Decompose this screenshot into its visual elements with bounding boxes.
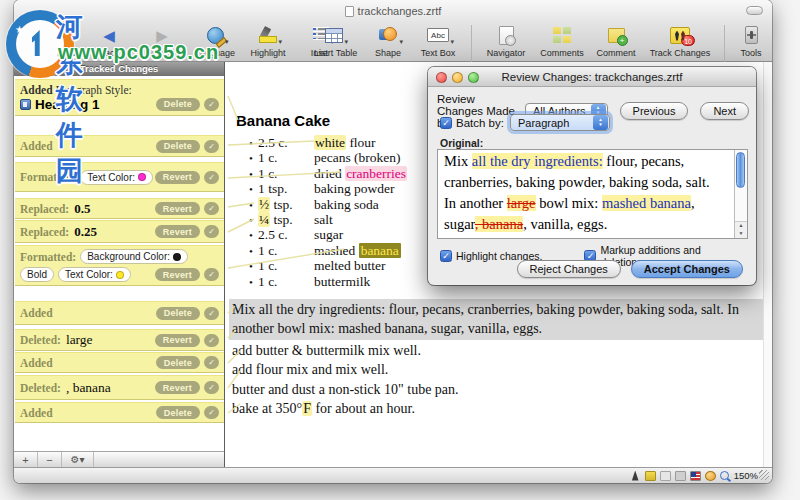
dialog-title-bar[interactable]: Review Changes: trackchanges.zrtf: [428, 67, 756, 87]
revert-change-button[interactable]: Revert: [155, 171, 200, 184]
tracked-change-card[interactable]: Formatted: Background Color: Bold Text C…: [15, 245, 224, 286]
document-proxy-icon[interactable]: [345, 6, 354, 17]
approve-change-button[interactable]: ✓: [204, 202, 219, 215]
recipe-title: Banana Cake: [236, 112, 330, 129]
recolored-text: cranberries: [345, 166, 407, 181]
close-button[interactable]: [436, 72, 447, 83]
resize-grip[interactable]: [759, 470, 769, 480]
tracked-change-card[interactable]: Replaced: 0.5 Revert✓: [15, 198, 224, 219]
zoom-button[interactable]: [468, 72, 479, 83]
revert-change-button[interactable]: Revert: [155, 202, 200, 215]
page-view-icon[interactable]: [660, 471, 671, 481]
accept-changes-button[interactable]: Accept Changes: [631, 260, 743, 278]
track-changes-icon: 10: [670, 27, 690, 44]
approve-change-button[interactable]: ✓: [204, 356, 219, 369]
typography-icon[interactable]: [630, 471, 641, 481]
zoom-icon[interactable]: [720, 471, 729, 480]
navigator-button[interactable]: Navigator: [481, 23, 531, 58]
forward-button[interactable]: ▶ Forward: [140, 23, 184, 58]
track-changes-button[interactable]: 10 Track Changes: [645, 23, 715, 58]
window-title: trackchanges.zrtf: [14, 5, 772, 17]
previous-button[interactable]: Previous: [620, 102, 689, 120]
document-scroll-area[interactable]: [763, 62, 772, 467]
tracked-change-card[interactable]: Deleted: , banana Revert✓: [15, 375, 224, 400]
screen: trackchanges.zrtf New ◀ Back ▶ Forward ▾: [0, 0, 800, 500]
action-menu-button[interactable]: ⚙▾: [62, 452, 94, 467]
approve-change-button[interactable]: ✓: [204, 406, 219, 419]
ingredient-row: • 2.5 c. sugar: [244, 227, 407, 242]
approve-change-button[interactable]: ✓: [204, 381, 219, 394]
new-button[interactable]: New: [34, 23, 78, 58]
tracked-change-card[interactable]: Added Delete✓: [15, 135, 224, 157]
ingredient-list: • 2.5 c. white flour • 1 c. pecans (brok…: [244, 135, 407, 289]
delete-change-button[interactable]: Delete: [156, 140, 200, 153]
approve-change-button[interactable]: ✓: [204, 98, 219, 111]
tracked-change-card[interactable]: Deleted: large Revert✓: [15, 329, 224, 351]
dropdown-caret-icon: ▾: [225, 38, 229, 46]
batch-unit-popup[interactable]: Paragraph ▲▼: [510, 114, 610, 131]
check-icon: ✓: [208, 270, 215, 279]
comments-button[interactable]: Comments: [537, 23, 587, 58]
batch-by-checkbox[interactable]: ✓: [440, 117, 452, 129]
scrollbar-arrows[interactable]: ▲▼: [735, 221, 747, 238]
shape-button[interactable]: ▾ Shape: [368, 23, 408, 58]
minimize-button[interactable]: [452, 72, 463, 83]
comment-note-icon: [608, 28, 625, 43]
approve-change-button[interactable]: ✓: [204, 140, 219, 153]
toolbar-separator: [724, 25, 725, 65]
approve-change-button[interactable]: ✓: [204, 268, 219, 281]
insert-table-button[interactable]: ▾ Insert Table: [306, 23, 362, 58]
delete-change-button[interactable]: Delete: [156, 356, 200, 369]
revert-change-button[interactable]: Revert: [155, 225, 200, 238]
scrollbar-thumb[interactable]: [736, 152, 745, 188]
approve-change-button[interactable]: ✓: [204, 307, 219, 320]
highlight-state-icon[interactable]: [645, 471, 656, 481]
delete-change-button[interactable]: Delete: [156, 406, 200, 419]
comment-button[interactable]: Comment: [593, 23, 639, 58]
app-window: trackchanges.zrtf New ◀ Back ▶ Forward ▾: [14, 0, 772, 483]
dropdown-caret-icon: ▾: [79, 454, 84, 465]
toolbar-toggle-button[interactable]: [746, 6, 763, 15]
revert-change-button[interactable]: Revert: [155, 381, 200, 394]
macro-icon[interactable]: [705, 471, 716, 481]
deletion-text: , banana: [475, 216, 523, 232]
delete-change-button[interactable]: Delete: [156, 98, 200, 111]
text-box-button[interactable]: Abc▾ Text Box: [414, 23, 462, 58]
back-button[interactable]: ◀ Back: [87, 23, 131, 58]
check-icon: ✓: [208, 309, 215, 318]
highlight-button[interactable]: ▾ Highlight: [246, 23, 290, 58]
zoom-level[interactable]: 150%: [734, 470, 758, 481]
tracked-change-card[interactable]: Added Delete✓: [15, 402, 224, 423]
scroll-up-icon: ▲: [739, 223, 744, 228]
deletion-text: large: [507, 195, 536, 211]
next-button[interactable]: Next: [700, 102, 749, 120]
language-button[interactable]: ▾ Language: [193, 23, 237, 58]
reject-changes-button[interactable]: Reject Changes: [517, 260, 621, 278]
original-text-area[interactable]: Mix all the dry ingredients: flour, peca…: [437, 149, 748, 239]
revert-change-button[interactable]: Revert: [155, 334, 200, 347]
highlighter-icon: [259, 27, 277, 43]
tracked-change-card[interactable]: Formatted: Text Color: Revert✓: [15, 162, 224, 192]
tracked-change-card[interactable]: Added Delete✓: [15, 352, 224, 373]
bullet-icon: •: [244, 245, 258, 257]
approve-change-button[interactable]: ✓: [204, 225, 219, 238]
tracked-change-card[interactable]: Added Delete✓: [15, 301, 224, 325]
tracked-change-card[interactable]: Added Paragraph Style: Heading 1 Delete✓: [15, 79, 224, 116]
us-flag-icon[interactable]: [690, 471, 701, 481]
remove-button[interactable]: −: [38, 452, 62, 467]
selected-paragraph[interactable]: Mix all the dry ingredients: flour, peca…: [229, 299, 763, 340]
approve-change-button[interactable]: ✓: [204, 334, 219, 347]
tools-icon: [745, 26, 758, 44]
tools-button[interactable]: Tools: [734, 23, 768, 58]
dialog-scrollbar[interactable]: ▲▼: [734, 150, 747, 238]
color-dot: [138, 173, 146, 181]
status-bar: 150%: [14, 467, 772, 483]
page-view-alt-icon[interactable]: [675, 471, 686, 481]
replaced-text: ½: [258, 197, 270, 212]
approve-change-button[interactable]: ✓: [204, 171, 219, 184]
tracked-change-card[interactable]: Replaced: 0.25 Revert✓: [15, 220, 224, 243]
revert-change-button[interactable]: Revert: [155, 268, 200, 281]
delete-change-button[interactable]: Delete: [156, 307, 200, 320]
add-button[interactable]: +: [14, 452, 38, 467]
dialog-buttons-row: Reject Changes Accept Changes: [428, 260, 756, 278]
